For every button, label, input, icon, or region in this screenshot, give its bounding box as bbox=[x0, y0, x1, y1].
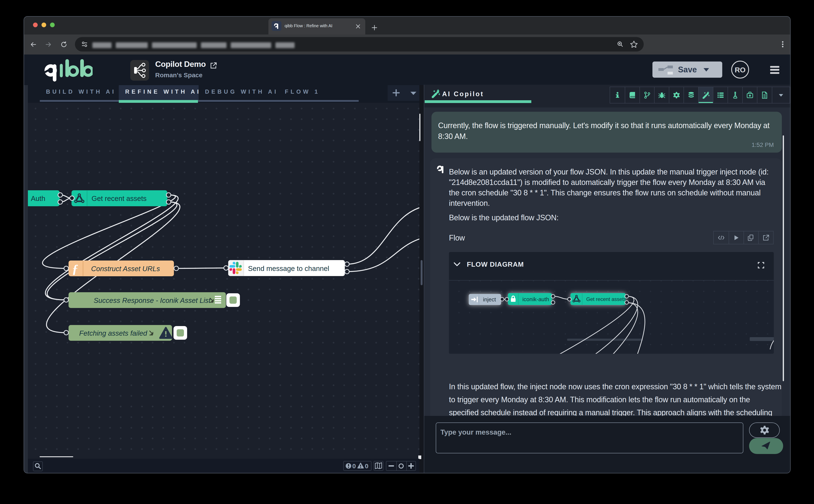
svg-text:0: 0 bbox=[365, 462, 368, 470]
svg-text:Get recent assets: Get recent assets bbox=[92, 195, 147, 202]
svg-text:Success Response - Iconik Asse: Success Response - Iconik Asset List bbox=[94, 296, 211, 304]
svg-text:Construct Asset URLs: Construct Asset URLs bbox=[91, 265, 160, 273]
svg-text:Auth: Auth bbox=[31, 195, 45, 202]
svg-text:inject: inject bbox=[483, 296, 496, 303]
svg-text:ƒ: ƒ bbox=[72, 262, 78, 276]
svg-text:Get recent assets: Get recent assets bbox=[586, 296, 626, 302]
svg-text:Fetching assets failed: Fetching assets failed bbox=[79, 329, 148, 337]
svg-text:Send message to channel: Send message to channel bbox=[248, 265, 329, 272]
svg-text:iconik-auth: iconik-auth bbox=[522, 296, 549, 302]
svg-text:0: 0 bbox=[352, 462, 356, 470]
